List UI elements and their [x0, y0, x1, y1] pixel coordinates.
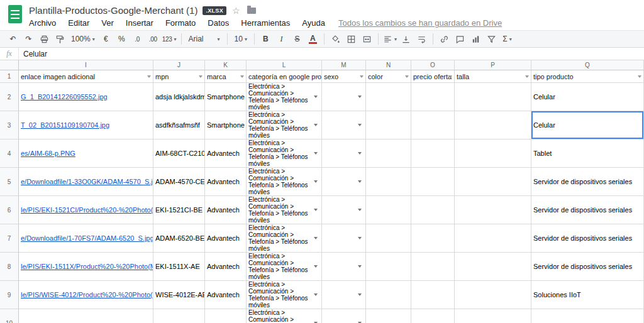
row-header-1[interactable]: 1 [0, 70, 19, 83]
cell-L1[interactable]: categoría en google prod [247, 70, 322, 83]
cell-O10[interactable] [411, 309, 455, 323]
cell-M3[interactable] [322, 111, 366, 140]
cell-L5[interactable]: Electrónica > Comunicación > Telefonía >… [247, 168, 322, 196]
validation-dropdown-icon[interactable] [358, 180, 362, 183]
validation-dropdown-icon[interactable] [314, 209, 318, 211]
column-header-I[interactable]: I [19, 60, 153, 70]
cell-Q5[interactable]: Servidor de dispositivos seriales [531, 168, 644, 196]
menu-item-ver[interactable]: Ver [101, 18, 114, 28]
cell-P5[interactable] [455, 168, 531, 196]
zoom-dropdown[interactable]: 100% ▾ [69, 32, 97, 46]
validation-dropdown-icon[interactable] [358, 237, 362, 239]
cell-P8[interactable] [455, 253, 531, 281]
formula-input[interactable]: Celular [19, 48, 644, 60]
cell-J1[interactable]: mpn [153, 70, 205, 83]
vertical-align-button[interactable] [399, 32, 413, 46]
cell-M1[interactable]: sexo [322, 70, 366, 83]
text-wrap-button[interactable] [415, 32, 428, 46]
row-header-10[interactable]: 10 [0, 309, 19, 323]
column-header-L[interactable]: L [247, 60, 322, 70]
cell-I10[interactable] [19, 309, 153, 323]
cell-Q3-selected[interactable]: Celular [531, 111, 644, 140]
cell-L3[interactable]: Electrónica > Comunicación > Telefonía >… [247, 111, 322, 140]
column-header-K[interactable]: K [205, 60, 247, 70]
menu-item-formato[interactable]: Formato [165, 18, 196, 28]
borders-button[interactable] [345, 32, 358, 46]
menu-item-datos[interactable]: Datos [208, 18, 229, 28]
format-currency-button[interactable]: € [99, 32, 113, 46]
save-status-link[interactable]: Todos los cambios se han guardado en Dri… [338, 18, 502, 28]
cell-J4[interactable]: AIM-68CT-C21060C [153, 140, 205, 168]
cell-K3[interactable]: Smartphone [205, 111, 247, 140]
cell-J5[interactable]: ADAM-4570-CE [153, 168, 205, 196]
cell-J9[interactable]: WISE-4012E-AE-W [153, 281, 205, 309]
row-header-8[interactable]: 8 [0, 253, 19, 281]
cell-O6[interactable] [411, 196, 455, 224]
paint-format-button[interactable] [53, 32, 67, 46]
row-header-4[interactable]: 4 [0, 140, 19, 168]
cell-L4[interactable]: Electrónica > Comunicación > Telefonía >… [247, 140, 322, 168]
validation-dropdown-icon[interactable] [358, 152, 362, 155]
row-header-6[interactable]: 6 [0, 196, 19, 224]
cell-K7[interactable]: Advantech [205, 224, 247, 253]
cell-N9[interactable] [366, 281, 411, 309]
cell-O8[interactable] [411, 253, 455, 281]
column-header-N[interactable]: N [366, 60, 411, 70]
merge-cells-button[interactable] [360, 32, 374, 46]
cell-P1[interactable]: talla [455, 70, 531, 83]
cell-O5[interactable] [411, 168, 455, 196]
cell-I5[interactable]: e/Downloadfile/1-33O0GK/ADAM-4570_S.jpg [19, 168, 153, 196]
cell-L6[interactable]: Electrónica > Comunicación > Telefonía >… [247, 196, 322, 224]
row-header-3[interactable]: 3 [0, 111, 19, 140]
cell-K6[interactable]: Advantech [205, 196, 247, 224]
image-url-link[interactable]: le/PIS/EKI-1521CI/Product%20-%20Photo(Ma… [21, 206, 153, 214]
cell-Q6[interactable]: Servidor de dispositivos seriales [531, 196, 644, 224]
cell-K1[interactable]: marca [205, 70, 247, 83]
filter-dropdown-icon[interactable] [525, 75, 529, 78]
cell-M4[interactable] [322, 140, 366, 168]
validation-dropdown-icon[interactable] [314, 180, 318, 183]
cell-L8[interactable]: Electrónica > Comunicación > Telefonía >… [247, 253, 322, 281]
cell-K4[interactable]: Advantech [205, 140, 247, 168]
cell-P6[interactable] [455, 196, 531, 224]
cell-Q7[interactable]: Servidor de dispositivos seriales [531, 224, 644, 253]
print-button[interactable] [38, 32, 51, 46]
row-header-5[interactable]: 5 [0, 168, 19, 196]
functions-dropdown[interactable]: Σ ▾ [501, 32, 514, 46]
cell-P3[interactable] [455, 111, 531, 140]
cell-J7[interactable]: ADAM-6520-BE [153, 224, 205, 253]
cell-Q10[interactable] [531, 309, 644, 323]
filter-dropdown-icon[interactable] [240, 75, 244, 78]
cell-L7[interactable]: Electrónica > Comunicación > Telefonía >… [247, 224, 322, 253]
filter-dropdown-icon[interactable] [147, 75, 151, 78]
cell-J8[interactable]: EKI-1511X-AE [153, 253, 205, 281]
cell-P9[interactable] [455, 281, 531, 309]
cell-L2[interactable]: Electrónica > Comunicación > Telefonía >… [247, 83, 322, 111]
cell-L9[interactable]: Electrónica > Comunicación > Telefonía >… [247, 281, 322, 309]
menu-item-ayuda[interactable]: Ayuda [302, 18, 325, 28]
column-header-Q[interactable]: Q [531, 60, 644, 70]
validation-dropdown-icon[interactable] [314, 293, 318, 296]
insert-chart-button[interactable] [469, 32, 482, 46]
validation-dropdown-icon[interactable] [358, 124, 362, 126]
cell-M2[interactable] [322, 83, 366, 111]
image-url-link[interactable]: es/AIM-68-p.PNG [21, 150, 75, 157]
cell-K2[interactable]: Smartphone [205, 83, 247, 111]
column-header-O[interactable]: O [411, 60, 455, 70]
cell-N10[interactable] [366, 309, 411, 323]
cell-M7[interactable] [322, 224, 366, 253]
cell-O3[interactable] [411, 111, 455, 140]
horizontal-align-dropdown[interactable]: ▾ [383, 32, 397, 46]
validation-dropdown-icon[interactable] [314, 96, 318, 98]
italic-button[interactable]: I [275, 32, 288, 46]
image-url-link[interactable]: e/Downloadfile/1-70FS7/ADAM-6520_S.jpg [21, 234, 153, 242]
cell-I1[interactable]: enlace imagen adicional [19, 70, 153, 83]
cell-O1[interactable]: precio oferta [411, 70, 455, 83]
cell-M6[interactable] [322, 196, 366, 224]
cell-N1[interactable]: color [366, 70, 411, 83]
cell-K9[interactable]: Advantech [205, 281, 247, 309]
image-url-link[interactable]: T_02_B20151109190704.jpg [21, 121, 109, 129]
cell-N8[interactable] [366, 253, 411, 281]
cell-I9[interactable]: le/PIS/WISE-4012/Product%20-%20Photo(Mai… [19, 281, 153, 309]
image-url-link[interactable]: G_1_B20141226095552.jpg [21, 93, 108, 101]
